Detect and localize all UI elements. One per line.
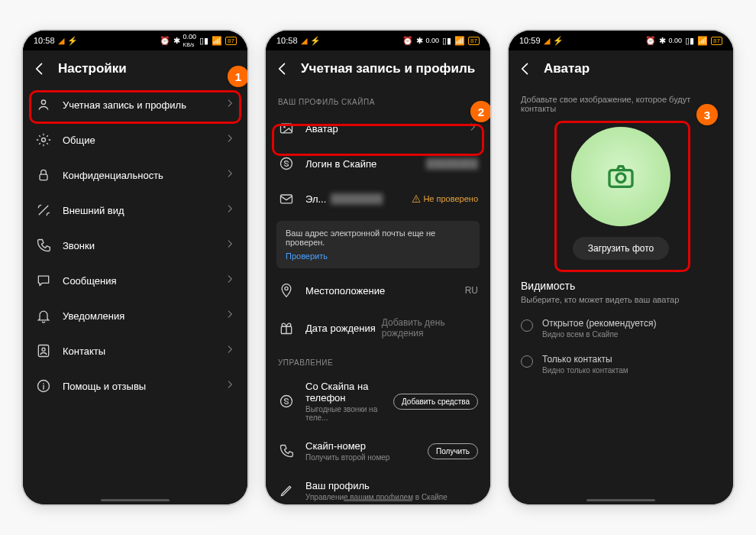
app-bar: Аватар [509,50,733,87]
pin-icon [278,282,295,299]
avatar-content: Добавьте свое изображение, которое будут… [509,87,733,504]
app-bar: Учетная запись и профиль [266,50,490,87]
get-button[interactable]: Получить [428,443,478,459]
radio-icon [521,319,533,332]
status-bar: 10:59 ◢⚡ ⏰✱ 0.00 ▯▮📶 87 [509,31,733,50]
row-birthday[interactable]: Дата рождения Добавить день рождения [266,308,490,348]
row-privacy[interactable]: Конфиденциальность [23,157,247,193]
verify-link[interactable]: Проверить [286,251,328,261]
visibility-title: Видимость [509,268,733,295]
gift-icon [278,319,295,336]
pencil-icon [278,482,295,499]
bell-icon [35,307,52,324]
location-value: RU [465,285,478,296]
home-indicator [344,499,412,501]
row-location[interactable]: Местоположение RU [266,273,490,308]
row-account-profile[interactable]: Учетная запись и профиль [23,87,247,122]
row-email[interactable]: Эл... ████████ Не проверено [266,181,490,216]
row-skype-number[interactable]: Скайп-номерПолучить второй номер Получит… [266,431,490,471]
home-indicator [586,499,655,501]
chevron-right-icon [225,98,235,112]
email-warning: Не проверено [412,194,478,203]
row-contacts[interactable]: Контакты [23,333,247,368]
status-bar: 10:58 ◢⚡ ⏰✱ 0.00 ▯▮📶 87 [266,31,490,50]
login-value: ████████ [426,158,478,169]
radio-public[interactable]: Открытое (рекомендуется)Видно всем в Ска… [509,310,733,346]
app-bar: Настройки [23,50,247,87]
profile-content: ВАШ ПРОФИЛЬ СКАЙПА Аватар Логин в Скайпе… [266,87,490,504]
telegram-icon: ◢ [58,36,64,46]
chat-icon [35,272,52,289]
row-notifications[interactable]: Уведомления [23,298,247,333]
lock-icon [35,167,52,183]
info-icon [35,378,52,394]
back-button[interactable] [273,60,292,78]
phone-icon [278,443,295,459]
avatar-placeholder[interactable] [571,127,670,226]
upload-photo-button[interactable]: Загрузить фото [573,237,669,260]
camera-icon [606,161,636,192]
row-messages[interactable]: Сообщения [23,263,247,298]
section-label-manage: УПРАВЛЕНИЕ [266,348,490,371]
chevron-right-icon [467,122,478,135]
skype-icon [278,155,295,172]
contacts-icon [35,342,52,359]
row-help[interactable]: Помощь и отзывы [23,368,247,404]
home-indicator [101,499,170,501]
skype-icon [278,393,295,410]
back-button[interactable] [516,60,535,78]
status-time: 10:58 [34,36,55,45]
row-login[interactable]: Логин в Скайпе ████████ [266,146,490,181]
warning-icon [412,194,421,203]
page-title: Учетная запись и профиль [301,61,475,76]
row-appearance[interactable]: Внешний вид [23,193,247,228]
wand-icon [35,202,52,219]
section-label-profile: ВАШ ПРОФИЛЬ СКАЙПА [266,87,490,111]
phone-1: 10:58 ◢ ⚡ ⏰✱ 0.00KB/s ▯▮ 📶 87 Настройки … [23,31,247,504]
row-general[interactable]: Общие [23,122,247,157]
page-title: Настройки [58,61,127,76]
email-notice: Ваш адрес электронной почты еще не прове… [276,221,480,268]
radio-icon [521,355,533,368]
settings-list: Учетная запись и профиль Общие Конфиденц… [23,87,247,504]
row-avatar[interactable]: Аватар [266,111,490,146]
radio-contacts-only[interactable]: Только контактыВидно только контактам [509,346,733,382]
gear-icon [35,131,52,148]
mail-icon [278,190,295,207]
phone-3: 10:59 ◢⚡ ⏰✱ 0.00 ▯▮📶 87 Аватар Добавьте … [509,31,733,504]
phone-icon [35,237,52,254]
back-button[interactable] [31,60,49,78]
row-skype-to-phone[interactable]: Со Скайпа на телефонВыгодные звонки на т… [266,371,490,431]
image-icon [278,120,295,137]
add-funds-button[interactable]: Добавить средства [393,394,478,410]
avatar-subtitle: Добавьте свое изображение, которое будут… [509,87,733,113]
phone-2: 10:58 ◢⚡ ⏰✱ 0.00 ▯▮📶 87 Учетная запись и… [266,31,490,504]
email-value: ████████ [331,193,412,204]
page-title: Аватар [544,61,590,76]
visibility-subtitle: Выберите, кто может видеть ваш аватар [509,295,733,310]
row-calls[interactable]: Звонки [23,228,247,263]
person-icon [35,96,52,113]
status-bar: 10:58 ◢ ⚡ ⏰✱ 0.00KB/s ▯▮ 📶 87 [23,31,247,50]
